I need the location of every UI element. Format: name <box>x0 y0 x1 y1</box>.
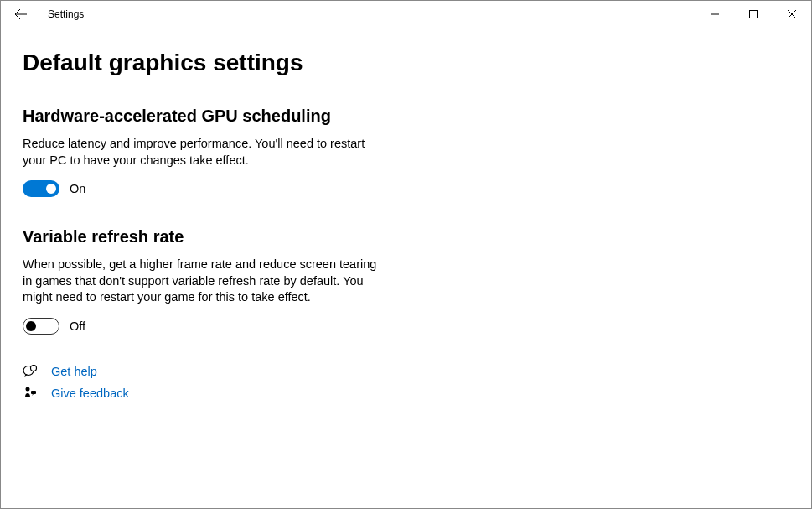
gpu-scheduling-toggle-row: On <box>23 180 549 197</box>
maximize-icon <box>749 10 758 18</box>
vrr-body: When possible, get a higher frame rate a… <box>23 257 383 306</box>
gpu-scheduling-heading: Hardware-accelerated GPU scheduling <box>23 106 549 126</box>
back-arrow-icon <box>14 8 28 21</box>
svg-point-3 <box>26 387 30 391</box>
give-feedback-row[interactable]: Give feedback <box>23 387 549 400</box>
vrr-toggle[interactable] <box>23 318 59 335</box>
close-button[interactable] <box>773 1 811 28</box>
gpu-scheduling-toggle[interactable] <box>23 180 59 197</box>
svg-rect-4 <box>31 391 36 394</box>
feedback-icon <box>23 387 38 400</box>
svg-point-2 <box>31 365 37 371</box>
get-help-row[interactable]: Get help <box>23 365 549 378</box>
give-feedback-link[interactable]: Give feedback <box>51 387 129 400</box>
window-controls <box>696 1 811 28</box>
svg-rect-0 <box>750 11 758 18</box>
gpu-scheduling-toggle-label: On <box>70 182 85 195</box>
toggle-knob <box>26 321 36 331</box>
vrr-toggle-label: Off <box>70 319 85 333</box>
maximize-button[interactable] <box>734 1 773 28</box>
vrr-toggle-row: Off <box>23 318 549 335</box>
window-title: Settings <box>48 8 84 20</box>
close-icon <box>788 10 796 18</box>
minimize-icon <box>711 10 719 18</box>
content-area: Default graphics settings Hardware-accel… <box>1 28 571 400</box>
get-help-link[interactable]: Get help <box>51 365 97 378</box>
toggle-knob <box>46 184 56 194</box>
vrr-heading: Variable refresh rate <box>23 227 549 247</box>
back-button[interactable] <box>6 1 36 28</box>
minimize-button[interactable] <box>696 1 734 28</box>
gpu-scheduling-body: Reduce latency and improve performance. … <box>23 136 383 169</box>
page-title: Default graphics settings <box>23 49 549 76</box>
help-icon <box>23 365 38 378</box>
titlebar: Settings <box>1 1 811 28</box>
